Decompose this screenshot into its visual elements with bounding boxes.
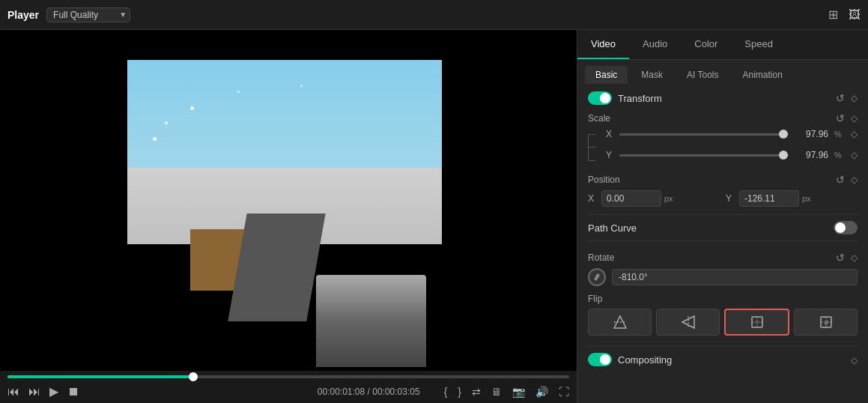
svg-text:↺: ↺ — [823, 320, 828, 327]
image-icon[interactable]: 🖼 — [849, 8, 861, 22]
sub-tab-animation[interactable]: Animation — [732, 66, 792, 84]
position-title: Position — [588, 175, 620, 185]
flip-both-icon — [750, 315, 765, 330]
play-button[interactable]: ▶ — [49, 384, 58, 399]
scale-x-label: X — [604, 129, 613, 139]
rotate-keyframe-btn[interactable]: ◇ — [851, 252, 858, 264]
scale-y-keyframe-btn[interactable]: ◇ — [851, 150, 858, 160]
sub-tab-mask[interactable]: Mask — [631, 66, 673, 84]
scale-y-param: Y 97.96 % ◇ — [604, 150, 858, 160]
rotate-input[interactable] — [612, 269, 858, 285]
scale-x-row: X 97.96 % ◇ Y — [588, 129, 858, 166]
scale-x-value: 97.96 — [795, 129, 828, 139]
sub-tab-basic[interactable]: Basic — [585, 66, 628, 84]
rotate-actions: ↺ ◇ — [836, 252, 858, 264]
transform-title: Transform — [618, 93, 662, 104]
progress-bar[interactable] — [7, 375, 569, 378]
top-bar: Player Full Quality Half Quality Quarter… — [0, 0, 868, 30]
position-keyframe-btn[interactable]: ◇ — [851, 174, 858, 186]
flip-both-button[interactable] — [724, 309, 789, 336]
path-curve-toggle-knob — [835, 222, 846, 233]
controls-right: { } ⇄ 🖥 📷 🔊 ⛶ — [444, 386, 569, 398]
scale-title: Scale — [588, 113, 610, 124]
position-fields: X px Y px — [588, 190, 858, 207]
speed-icon[interactable]: ⇄ — [472, 386, 481, 398]
position-x-input[interactable] — [601, 190, 661, 207]
bottom-controls: ⏮ ⏭ ▶ ⏹ 00:00:01:08 / 00:00:03:05 { } ⇄ … — [0, 371, 577, 403]
mark-out-icon[interactable]: } — [458, 386, 461, 398]
mark-in-icon[interactable]: { — [444, 386, 448, 398]
screen-icon[interactable]: 🖥 — [491, 386, 502, 398]
current-time: 00:00:01:08 — [318, 387, 365, 397]
fullscreen-icon[interactable]: ⛶ — [559, 386, 569, 398]
compositing-diamond-icon: ◇ — [851, 355, 858, 366]
snapshot-icon[interactable]: 📷 — [512, 386, 525, 398]
transform-reset-btn[interactable]: ↺ — [836, 92, 845, 104]
right-tabs: Video Audio Color Speed — [577, 30, 868, 60]
right-panel-content: Transform ↺ ◇ Scale ↺ ◇ — [577, 84, 868, 403]
step-back-button[interactable]: ⏭ — [28, 385, 40, 399]
position-reset-btn[interactable]: ↺ — [836, 174, 845, 186]
flip-reset-button[interactable]: ↺ — [794, 309, 858, 336]
video-area — [0, 30, 577, 371]
compositing-toggle[interactable] — [588, 353, 612, 366]
scale-reset-btn[interactable]: ↺ — [836, 112, 845, 124]
flip-label: Flip — [588, 294, 602, 304]
rotate-header-row: Rotate ↺ ◇ — [588, 252, 858, 264]
rotate-dial[interactable] — [588, 268, 606, 286]
tab-audio[interactable]: Audio — [629, 30, 681, 59]
rotate-dial-indicator — [594, 273, 600, 282]
player-label: Player — [7, 9, 39, 21]
flip-vertical-button[interactable] — [588, 309, 652, 336]
scale-x-keyframe-btn[interactable]: ◇ — [851, 129, 858, 139]
scale-y-slider[interactable] — [619, 154, 789, 157]
scale-y-fill — [619, 154, 783, 157]
position-y-input[interactable] — [739, 190, 799, 207]
scale-x-slider[interactable] — [619, 133, 789, 136]
transform-keyframe-btn[interactable]: ◇ — [851, 92, 858, 104]
transform-section: Transform ↺ ◇ Scale ↺ ◇ — [588, 91, 858, 336]
position-y-label: Y — [726, 193, 736, 204]
stop-button[interactable]: ⏹ — [67, 385, 79, 399]
scale-keyframe-btn[interactable]: ◇ — [851, 112, 858, 124]
tab-video[interactable]: Video — [577, 30, 629, 59]
path-curve-toggle[interactable] — [834, 221, 858, 234]
scale-y-thumb — [779, 151, 788, 160]
path-curve-row: Path Curve — [588, 214, 858, 241]
position-x-unit: px — [664, 194, 673, 203]
compositing-toggle-knob — [600, 354, 610, 365]
transform-toggle[interactable] — [588, 91, 612, 105]
controls-row: ⏮ ⏭ ▶ ⏹ 00:00:01:08 / 00:00:03:05 { } ⇄ … — [7, 384, 569, 399]
quality-select[interactable]: Full Quality Half Quality Quarter Qualit… — [46, 7, 130, 22]
volume-icon[interactable]: 🔊 — [535, 386, 548, 398]
rewind-button[interactable]: ⏮ — [7, 385, 19, 399]
left-panel: ⏮ ⏭ ▶ ⏹ 00:00:01:08 / 00:00:03:05 { } ⇄ … — [0, 30, 577, 403]
flip-horizontal-button[interactable] — [656, 309, 720, 336]
quality-wrapper[interactable]: Full Quality Half Quality Quarter Qualit… — [46, 7, 130, 22]
position-y-field: Y px — [726, 190, 858, 207]
position-section: Position ↺ ◇ X px Y — [588, 174, 858, 207]
tab-speed[interactable]: Speed — [731, 30, 786, 59]
compositing-label: Compositing — [618, 354, 672, 366]
sub-tabs: Basic Mask AI Tools Animation — [577, 60, 868, 84]
sub-tab-ai-tools[interactable]: AI Tools — [676, 66, 729, 84]
rotate-reset-btn[interactable]: ↺ — [836, 252, 845, 264]
compositing-keyframe-btn[interactable]: ◇ — [851, 354, 858, 366]
tab-color[interactable]: Color — [681, 30, 731, 59]
flip-buttons: ↺ — [588, 309, 858, 336]
flip-section: Flip — [588, 294, 858, 336]
scale-header-row: Scale ↺ ◇ — [588, 112, 858, 124]
position-actions: ↺ ◇ — [836, 174, 858, 186]
flip-h-icon — [681, 315, 696, 330]
right-panel: Video Audio Color Speed Basic Mask AI To… — [577, 30, 868, 403]
svg-rect-4 — [752, 317, 762, 327]
video-content — [127, 60, 442, 367]
scale-y-value: 97.96 — [795, 150, 828, 160]
video-placeholder — [0, 30, 577, 371]
scale-section: Scale ↺ ◇ — [588, 112, 858, 166]
top-bar-icons: ⊞ 🖼 — [828, 7, 861, 22]
flip-header-row: Flip — [588, 294, 858, 304]
scale-x-thumb — [779, 130, 788, 139]
grid-icon[interactable]: ⊞ — [828, 7, 838, 22]
scale-lock-bracket — [588, 134, 598, 161]
